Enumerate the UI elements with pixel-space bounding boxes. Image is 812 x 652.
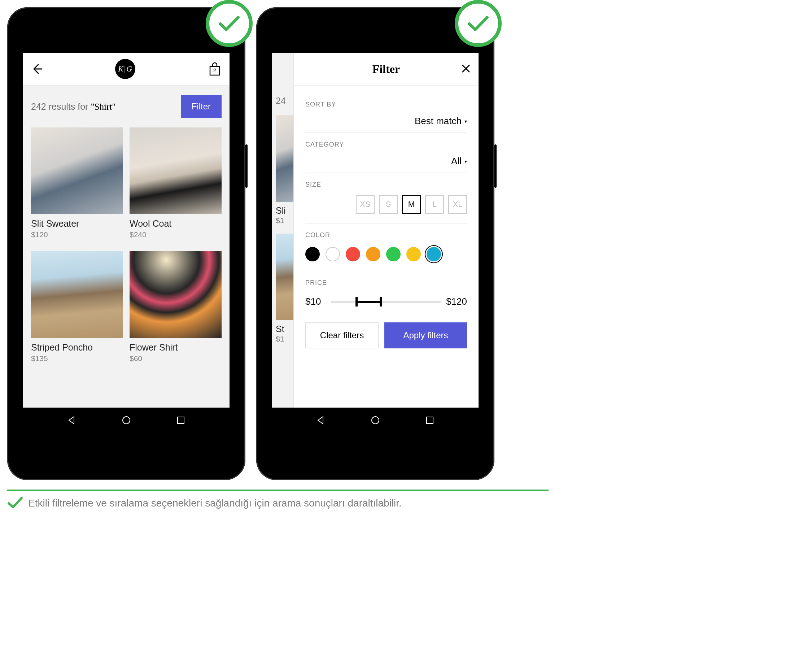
android-navbar [272,408,479,434]
product-image [31,251,123,338]
caption-row: Etkili filtreleme ve sıralama seçenekler… [7,496,548,510]
background-peek: 24 Sli $1 St $1 [272,53,294,408]
phone-mockup-filter: 24 Sli $1 St $1 Filter [256,7,495,480]
product-price: $60 [130,354,221,363]
category-value: All [451,156,462,167]
nav-back-icon[interactable] [67,415,77,427]
price-label: PRICE [305,279,467,287]
check-icon [7,496,23,510]
product-card[interactable]: Striped Poncho $135 [31,251,123,369]
svg-rect-3 [427,417,433,423]
color-options [305,242,467,271]
clear-filters-button[interactable]: Clear filters [305,322,379,348]
nav-recent-icon[interactable] [425,415,435,427]
peek-product-price: $1 [276,335,284,344]
size-option-l[interactable]: L [425,195,444,214]
color-swatch[interactable] [366,247,380,261]
nav-back-icon[interactable] [316,415,326,427]
size-options: XSSMLXL [305,191,467,223]
size-option-xs[interactable]: XS [356,195,375,214]
sort-by-value: Best match [415,116,462,127]
color-swatch[interactable] [406,247,421,261]
color-swatch[interactable] [325,247,340,261]
price-min: $10 [305,296,326,307]
product-card[interactable]: Slit Sweater $120 [31,127,123,245]
caption-text: Etkili filtreleme ve sıralama seçenekler… [28,496,402,510]
product-name: Slit Sweater [31,218,123,229]
nav-recent-icon[interactable] [176,415,186,427]
chevron-down-icon: ▾ [464,159,467,164]
product-name: Striped Poncho [31,342,123,353]
peek-product-image [276,234,294,320]
nav-home-icon[interactable] [121,415,131,427]
category-select[interactable]: All ▾ [305,151,467,173]
slider-fill [356,301,380,303]
filter-header: Filter [294,53,479,86]
filter-drawer: Filter SORT BY Best match ▾ [294,53,479,408]
svg-point-0 [123,417,130,424]
color-swatch[interactable] [346,247,360,261]
color-swatch[interactable] [305,247,320,261]
product-image [130,251,221,338]
slider-handle-min[interactable] [356,297,358,307]
svg-rect-1 [177,417,184,423]
price-max: $120 [446,296,467,307]
results-bar: 242 results for "Shirt" Filter [23,86,229,127]
size-label: SIZE [305,181,467,188]
color-label: COLOR [305,231,467,239]
color-swatch[interactable] [386,247,401,261]
approval-badge [455,0,502,47]
product-scroll[interactable]: Slit Sweater $120 Wool Coat $240 Striped… [23,127,229,408]
size-option-s[interactable]: S [379,195,398,214]
results-for-label: results for [49,101,89,111]
apply-filters-button[interactable]: Apply filters [385,322,467,348]
chevron-down-icon: ▾ [464,118,467,124]
filter-title: Filter [372,63,400,76]
results-count: 242 [31,101,46,111]
peek-product-image [276,115,294,202]
peek-product-name: St [276,324,284,334]
price-slider[interactable] [331,301,441,303]
shopping-bag-icon[interactable]: 2 [208,62,221,76]
color-swatch[interactable] [427,247,441,261]
slider-handle-max[interactable] [380,297,382,307]
price-range: $10 $120 [305,290,467,317]
app-bar: K|G 2 [23,53,229,86]
product-name: Wool Coat [130,218,221,229]
size-option-m[interactable]: M [402,195,421,214]
peek-product-price: $1 [276,216,284,225]
peek-results-count: 24 [276,96,286,106]
android-navbar [23,408,229,434]
close-icon[interactable] [461,64,471,75]
phone-mockup-results: K|G 2 242 results for "Shirt" Filter [7,7,246,480]
product-card[interactable]: Wool Coat $240 [130,127,221,245]
product-image [31,127,123,214]
divider-rule [7,490,548,491]
svg-point-2 [372,417,379,424]
product-image [130,127,221,214]
category-label: CATEGORY [305,141,467,148]
approval-badge [206,0,253,47]
sort-by-label: SORT BY [305,101,467,108]
peek-product-name: Sli [276,205,286,216]
brand-logo[interactable]: K|G [115,59,135,79]
sort-by-select[interactable]: Best match ▾ [305,111,467,133]
back-arrow-icon[interactable] [31,63,43,75]
product-card[interactable]: Flower Shirt $60 [130,251,221,369]
size-option-xl[interactable]: XL [448,195,467,214]
side-button [495,144,497,188]
side-button [246,144,247,188]
product-name: Flower Shirt [130,342,221,353]
nav-home-icon[interactable] [370,415,380,427]
search-query: "Shirt" [91,102,116,111]
filter-button[interactable]: Filter [181,95,221,118]
results-text: 242 results for "Shirt" [31,101,116,112]
product-price: $240 [130,231,221,239]
product-price: $120 [31,231,123,239]
bag-count: 2 [213,67,216,73]
product-price: $135 [31,354,123,363]
